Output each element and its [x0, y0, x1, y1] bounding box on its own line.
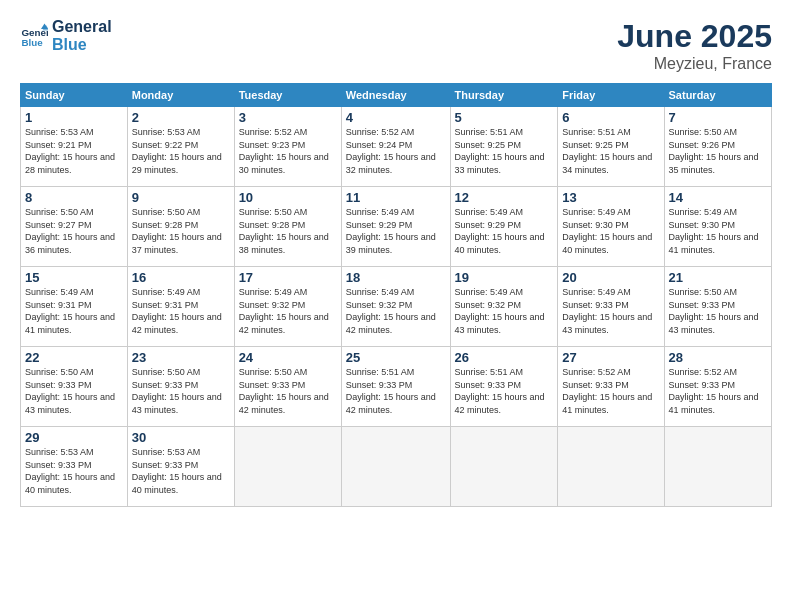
- day-info: Sunrise: 5:52 AM Sunset: 9:33 PM Dayligh…: [562, 366, 659, 416]
- day-info: Sunrise: 5:50 AM Sunset: 9:33 PM Dayligh…: [669, 286, 767, 336]
- day-number: 7: [669, 110, 767, 125]
- day-number: 19: [455, 270, 554, 285]
- day-info: Sunrise: 5:49 AM Sunset: 9:32 PM Dayligh…: [346, 286, 446, 336]
- day-number: 20: [562, 270, 659, 285]
- day-info: Sunrise: 5:49 AM Sunset: 9:30 PM Dayligh…: [562, 206, 659, 256]
- day-info: Sunrise: 5:49 AM Sunset: 9:30 PM Dayligh…: [669, 206, 767, 256]
- day-number: 1: [25, 110, 123, 125]
- logo-line1: General: [52, 18, 112, 36]
- day-cell: 23 Sunrise: 5:50 AM Sunset: 9:33 PM Dayl…: [127, 347, 234, 427]
- day-info: Sunrise: 5:49 AM Sunset: 9:31 PM Dayligh…: [132, 286, 230, 336]
- day-number: 6: [562, 110, 659, 125]
- day-cell: 22 Sunrise: 5:50 AM Sunset: 9:33 PM Dayl…: [21, 347, 128, 427]
- day-number: 21: [669, 270, 767, 285]
- day-number: 3: [239, 110, 337, 125]
- day-cell: 10 Sunrise: 5:50 AM Sunset: 9:28 PM Dayl…: [234, 187, 341, 267]
- day-info: Sunrise: 5:50 AM Sunset: 9:27 PM Dayligh…: [25, 206, 123, 256]
- day-number: 10: [239, 190, 337, 205]
- day-cell: 24 Sunrise: 5:50 AM Sunset: 9:33 PM Dayl…: [234, 347, 341, 427]
- day-number: 5: [455, 110, 554, 125]
- header-tuesday: Tuesday: [234, 84, 341, 107]
- day-cell: 29 Sunrise: 5:53 AM Sunset: 9:33 PM Dayl…: [21, 427, 128, 507]
- day-cell: 27 Sunrise: 5:52 AM Sunset: 9:33 PM Dayl…: [558, 347, 664, 427]
- calendar-subtitle: Meyzieu, France: [617, 55, 772, 73]
- empty-cell: [558, 427, 664, 507]
- day-number: 4: [346, 110, 446, 125]
- day-info: Sunrise: 5:52 AM Sunset: 9:23 PM Dayligh…: [239, 126, 337, 176]
- day-cell: 4 Sunrise: 5:52 AM Sunset: 9:24 PM Dayli…: [341, 107, 450, 187]
- day-info: Sunrise: 5:53 AM Sunset: 9:33 PM Dayligh…: [132, 446, 230, 496]
- header-friday: Friday: [558, 84, 664, 107]
- day-info: Sunrise: 5:50 AM Sunset: 9:28 PM Dayligh…: [132, 206, 230, 256]
- day-number: 17: [239, 270, 337, 285]
- day-number: 22: [25, 350, 123, 365]
- day-info: Sunrise: 5:50 AM Sunset: 9:28 PM Dayligh…: [239, 206, 337, 256]
- header-sunday: Sunday: [21, 84, 128, 107]
- calendar-row: 22 Sunrise: 5:50 AM Sunset: 9:33 PM Dayl…: [21, 347, 772, 427]
- day-info: Sunrise: 5:51 AM Sunset: 9:25 PM Dayligh…: [455, 126, 554, 176]
- day-cell: 25 Sunrise: 5:51 AM Sunset: 9:33 PM Dayl…: [341, 347, 450, 427]
- empty-cell: [341, 427, 450, 507]
- day-number: 18: [346, 270, 446, 285]
- header: General Blue General Blue June 2025 Meyz…: [20, 18, 772, 73]
- calendar-table: Sunday Monday Tuesday Wednesday Thursday…: [20, 83, 772, 507]
- calendar-title: June 2025: [617, 18, 772, 55]
- day-number: 29: [25, 430, 123, 445]
- header-thursday: Thursday: [450, 84, 558, 107]
- day-cell: 11 Sunrise: 5:49 AM Sunset: 9:29 PM Dayl…: [341, 187, 450, 267]
- day-cell: 8 Sunrise: 5:50 AM Sunset: 9:27 PM Dayli…: [21, 187, 128, 267]
- day-cell: 26 Sunrise: 5:51 AM Sunset: 9:33 PM Dayl…: [450, 347, 558, 427]
- day-number: 14: [669, 190, 767, 205]
- header-wednesday: Wednesday: [341, 84, 450, 107]
- day-cell: 9 Sunrise: 5:50 AM Sunset: 9:28 PM Dayli…: [127, 187, 234, 267]
- day-info: Sunrise: 5:52 AM Sunset: 9:33 PM Dayligh…: [669, 366, 767, 416]
- calendar-page: General Blue General Blue June 2025 Meyz…: [0, 0, 792, 612]
- day-cell: 17 Sunrise: 5:49 AM Sunset: 9:32 PM Dayl…: [234, 267, 341, 347]
- day-number: 11: [346, 190, 446, 205]
- calendar-row: 8 Sunrise: 5:50 AM Sunset: 9:27 PM Dayli…: [21, 187, 772, 267]
- day-cell: 18 Sunrise: 5:49 AM Sunset: 9:32 PM Dayl…: [341, 267, 450, 347]
- day-info: Sunrise: 5:49 AM Sunset: 9:31 PM Dayligh…: [25, 286, 123, 336]
- day-info: Sunrise: 5:49 AM Sunset: 9:32 PM Dayligh…: [455, 286, 554, 336]
- title-block: June 2025 Meyzieu, France: [617, 18, 772, 73]
- empty-cell: [450, 427, 558, 507]
- day-info: Sunrise: 5:49 AM Sunset: 9:29 PM Dayligh…: [455, 206, 554, 256]
- day-cell: 16 Sunrise: 5:49 AM Sunset: 9:31 PM Dayl…: [127, 267, 234, 347]
- day-info: Sunrise: 5:50 AM Sunset: 9:26 PM Dayligh…: [669, 126, 767, 176]
- calendar-row: 29 Sunrise: 5:53 AM Sunset: 9:33 PM Dayl…: [21, 427, 772, 507]
- day-number: 2: [132, 110, 230, 125]
- day-cell: 5 Sunrise: 5:51 AM Sunset: 9:25 PM Dayli…: [450, 107, 558, 187]
- svg-text:Blue: Blue: [21, 36, 43, 47]
- day-cell: 1 Sunrise: 5:53 AMSunset: 9:21 PMDayligh…: [21, 107, 128, 187]
- day-info: Sunrise: 5:51 AM Sunset: 9:33 PM Dayligh…: [455, 366, 554, 416]
- day-info: Sunrise: 5:49 AM Sunset: 9:32 PM Dayligh…: [239, 286, 337, 336]
- day-cell: 2 Sunrise: 5:53 AM Sunset: 9:22 PM Dayli…: [127, 107, 234, 187]
- empty-cell: [234, 427, 341, 507]
- logo-icon: General Blue: [20, 22, 48, 50]
- day-cell: 20 Sunrise: 5:49 AM Sunset: 9:33 PM Dayl…: [558, 267, 664, 347]
- day-number: 15: [25, 270, 123, 285]
- header-saturday: Saturday: [664, 84, 771, 107]
- day-info: Sunrise: 5:53 AM Sunset: 9:22 PM Dayligh…: [132, 126, 230, 176]
- day-number: 23: [132, 350, 230, 365]
- day-info: Sunrise: 5:49 AM Sunset: 9:29 PM Dayligh…: [346, 206, 446, 256]
- day-number: 30: [132, 430, 230, 445]
- day-cell: 14 Sunrise: 5:49 AM Sunset: 9:30 PM Dayl…: [664, 187, 771, 267]
- day-info: Sunrise: 5:51 AM Sunset: 9:25 PM Dayligh…: [562, 126, 659, 176]
- day-number: 25: [346, 350, 446, 365]
- day-cell: 13 Sunrise: 5:49 AM Sunset: 9:30 PM Dayl…: [558, 187, 664, 267]
- day-number: 12: [455, 190, 554, 205]
- day-cell: 19 Sunrise: 5:49 AM Sunset: 9:32 PM Dayl…: [450, 267, 558, 347]
- day-cell: 30 Sunrise: 5:53 AM Sunset: 9:33 PM Dayl…: [127, 427, 234, 507]
- day-number: 26: [455, 350, 554, 365]
- empty-cell: [664, 427, 771, 507]
- day-info: Sunrise: 5:49 AM Sunset: 9:33 PM Dayligh…: [562, 286, 659, 336]
- calendar-row: 15 Sunrise: 5:49 AM Sunset: 9:31 PM Dayl…: [21, 267, 772, 347]
- day-info: Sunrise: 5:53 AM Sunset: 9:33 PM Dayligh…: [25, 446, 123, 496]
- day-info: Sunrise: 5:51 AM Sunset: 9:33 PM Dayligh…: [346, 366, 446, 416]
- logo: General Blue General Blue: [20, 18, 112, 53]
- day-number: 28: [669, 350, 767, 365]
- header-monday: Monday: [127, 84, 234, 107]
- day-headers: Sunday Monday Tuesday Wednesday Thursday…: [21, 84, 772, 107]
- day-number: 27: [562, 350, 659, 365]
